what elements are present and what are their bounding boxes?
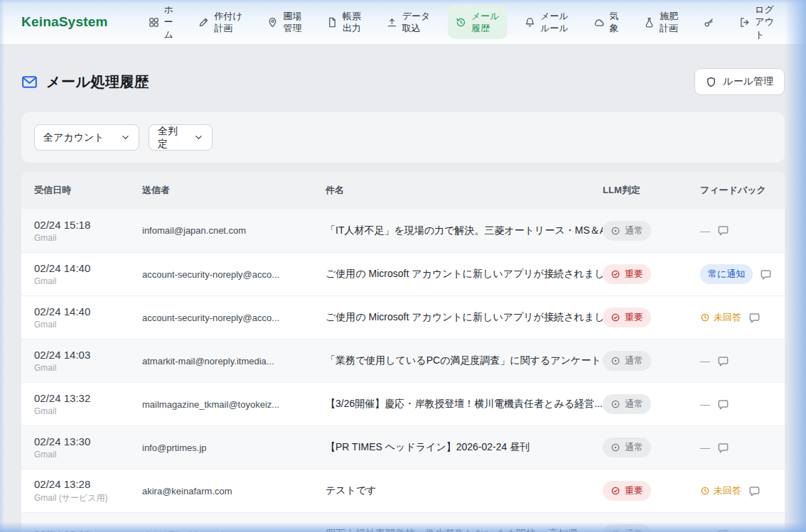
comment-icon[interactable] [717,355,729,367]
rule-management-button[interactable]: ルール管理 [694,68,785,95]
received-datetime: 02/24 14:40 [34,262,142,274]
map-pin-icon [267,17,278,28]
nav-item-label: 作付け計画 [214,10,242,34]
cell-llm-judgement: 通常 [603,438,700,457]
comment-icon[interactable] [717,398,729,411]
main-content: メール処理履歴 ルール管理 全アカウント 全判定 受信日時送信者件名LLM判定フ… [0,68,806,532]
nav-item-label: 帳票出力 [343,10,361,34]
nav-item-home[interactable]: ホーム [141,0,181,45]
cell-received-datetime: 02/24 12:10 [34,528,142,532]
account-label: Gmail (サービス用) [34,492,142,504]
table-row[interactable]: 02/24 13:28Gmail (サービス用)akira@keinafarm.… [21,469,785,512]
comment-icon[interactable] [717,224,729,237]
cell-received-datetime: 02/24 13:30Gmail [34,435,142,460]
nav-item-mail-rules[interactable]: メールルール [517,5,576,39]
judgement-badge-important: 重要 [603,481,651,501]
account-label: Gmail [34,276,142,286]
table-row[interactable]: 02/24 14:40Gmailaccount-security-noreply… [21,295,785,339]
cell-llm-judgement: 通常 [603,394,700,414]
table-row[interactable]: 02/24 15:18Gmailinfomail@japan.cnet.com「… [21,209,785,252]
cell-feedback: 未回答 [700,484,785,497]
cell-received-datetime: 02/24 14:40Gmail [34,305,142,330]
comment-icon[interactable] [717,442,729,454]
cell-feedback: — [700,355,785,367]
pen-icon [198,17,209,28]
cell-llm-judgement: 通常 [603,524,700,532]
account-filter-value: 全アカウント [43,131,104,144]
column-header-2: 件名 [326,184,603,197]
account-label: Gmail [34,450,142,460]
cell-feedback: — [700,398,785,411]
cell-sender: account-security-noreply@acco... [142,269,326,280]
judgement-filter-select[interactable]: 全判定 [149,124,213,151]
judgement-label: 通常 [625,354,643,367]
received-datetime: 02/24 13:30 [34,435,142,447]
nav-item-planting-plan[interactable]: 作付け計画 [190,5,249,39]
column-header-0: 受信日時 [34,184,142,197]
circle-dot-icon [611,356,620,366]
feedback-none-dash: — [700,398,710,410]
received-datetime: 02/24 13:32 [34,392,142,404]
document-icon [327,17,338,28]
filter-panel: 全アカウント 全判定 [21,112,785,163]
nav-item-label: ホーム [164,4,173,40]
nav-item-data-import[interactable]: データ取込 [379,5,439,39]
received-datetime: 02/24 12:10 [34,528,142,532]
table-row[interactable]: 02/24 14:40Gmailaccount-security-noreply… [21,252,785,295]
column-header-3: LLM判定 [603,184,700,197]
cell-llm-judgement: 重要 [603,481,700,501]
nav-item-label: 施肥計画 [660,10,678,34]
cell-subject: 「IT人材不足」を現場の力で解決。三菱オートリース・MS＆AD... [326,224,603,237]
comment-icon[interactable] [748,312,761,324]
feedback-pending: 未回答 [700,484,741,497]
cell-feedback: — [700,528,785,532]
cell-sender: mailmagazine_tkmail@toyokeiz... [142,399,326,410]
account-label: Gmail [34,406,142,416]
circle-dot-icon [611,443,620,452]
upload-icon [387,17,397,28]
judgement-label: 重要 [625,484,643,497]
nav-item-field-management[interactable]: 圃場管理 [259,5,309,39]
cell-subject: ご使用の Microsoft アカウントに新しいアプリが接続されました [326,268,603,281]
mail-icon [21,74,38,90]
nav-item-password[interactable] [696,12,722,33]
received-datetime: 02/24 14:03 [34,349,142,361]
cell-subject: 「業務で使用しているPCの満足度調査」に関するアンケート ≪... [326,354,603,367]
nav-item-report-output[interactable]: 帳票出力 [319,5,369,39]
nav-item-fertilizer-plan[interactable]: 施肥計画 [636,5,686,39]
cell-subject: 【3/26開催】慶応・岸教授登壇！横川電機責任者とみる経営... [326,398,603,411]
nav-item-label: メールルール [540,10,569,34]
circle-dot-icon [611,529,620,532]
nav-item-mail-history[interactable]: メール履歴 [448,5,507,39]
received-datetime: 02/24 14:40 [34,305,142,317]
cell-sender: akira@keinafarm.com [142,486,326,496]
table-row[interactable]: 02/24 13:32Gmailmailmagazine_tkmail@toyo… [21,382,785,425]
account-filter-select[interactable]: 全アカウント [34,124,139,151]
comment-icon[interactable] [748,485,761,497]
grid-icon [149,17,159,28]
cell-llm-judgement: 通常 [603,221,700,241]
feedback-pending: 未回答 [700,311,741,324]
page-title: メール処理履歴 [46,72,149,92]
table-row[interactable]: 02/24 14:03Gmailatmarkit-mail@noreply.it… [21,339,785,382]
nav-item-logout[interactable]: ログアウト [731,0,782,45]
account-label: Gmail [34,363,142,373]
cell-llm-judgement: 重要 [603,308,700,327]
nav-item-weather[interactable]: 気象 [586,5,626,39]
feedback-none-dash: — [700,528,710,532]
top-nav: KeinaSystem ホーム作付け計画圃場管理帳票出力データ取込メール履歴メー… [0,0,806,45]
table-row[interactable]: 02/24 13:30Gmailinfo@prtimes.jp【PR TIMES… [21,425,785,469]
comment-icon[interactable] [717,528,729,532]
comment-icon[interactable] [760,268,772,281]
clock-icon [700,486,710,496]
feedback-pending-label: 未回答 [714,484,741,497]
cell-subject: ご使用の Microsoft アカウントに新しいアプリが接続されました [326,311,603,324]
history-icon [456,17,466,28]
rule-management-label: ルール管理 [723,75,773,88]
brand-logo[interactable]: KeinaSystem [21,14,108,30]
table-row[interactable]: 02/24 12:10digital@kochinews.jp四万十福祉専門学校… [21,512,785,532]
nav-item-label: 気象 [609,10,618,34]
cell-llm-judgement: 重要 [603,264,700,284]
column-header-4: フィードバック [700,184,785,197]
feedback-always-badge: 常に通知 [700,264,753,284]
